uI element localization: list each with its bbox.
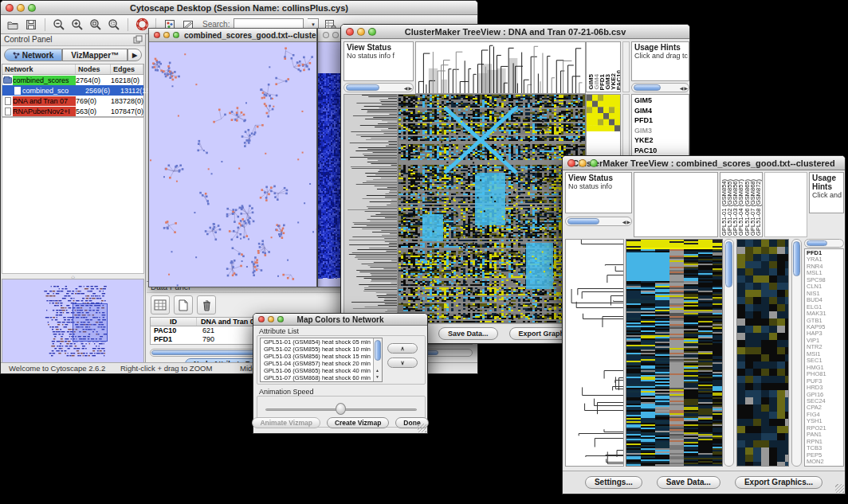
network-table-row[interactable]: combined_scores2764(0)16218(0): [2, 75, 143, 85]
gene-label[interactable]: SEC1: [807, 357, 843, 364]
treeview-button[interactable]: Export Graphics...: [735, 476, 822, 489]
dialog-titlebar[interactable]: Map Colors to Network: [253, 314, 427, 326]
minimize-button[interactable]: [17, 4, 25, 12]
gene-label[interactable]: YRA1: [807, 256, 843, 263]
gene-label[interactable]: GTB1: [807, 318, 843, 324]
minimize-button[interactable]: [332, 32, 339, 38]
view-status-hscrollbar[interactable]: ◀▶: [344, 83, 414, 92]
heatmap-vscrollbar[interactable]: [724, 239, 734, 467]
row-dendrogram-canvas[interactable]: [565, 239, 624, 467]
float-panel-icon[interactable]: [133, 35, 143, 45]
gene-label[interactable]: YSH1: [807, 418, 843, 424]
correlation-mini-heatmap-canvas[interactable]: [587, 95, 620, 131]
gene-label[interactable]: YKE2: [634, 135, 689, 146]
move-down-button[interactable]: ∨: [387, 357, 418, 368]
gene-label[interactable]: PAC10: [634, 146, 689, 156]
network-window1-titlebar[interactable]: combined_scores_good.txt--cluste...: [149, 29, 316, 42]
gene-label[interactable]: BUD4: [807, 297, 843, 303]
tab-vizmapper[interactable]: VizMapper™: [62, 49, 128, 61]
gene-label[interactable]: HRD3: [807, 385, 843, 391]
usage-hints-hscrollbar[interactable]: ◀▶: [631, 83, 689, 92]
new-attribute-icon[interactable]: [174, 295, 193, 315]
column-dendrogram-area[interactable]: [634, 172, 718, 237]
dialog-button[interactable]: Create Vizmap: [327, 417, 389, 428]
close-button[interactable]: [323, 32, 329, 38]
minimize-button[interactable]: [268, 316, 274, 322]
zoom-selected-icon[interactable]: [107, 18, 121, 32]
gene-label[interactable]: NIS1: [807, 291, 843, 297]
treeview-button[interactable]: Save Data...: [438, 327, 498, 340]
gene-label[interactable]: VIP1: [807, 338, 843, 344]
attribute-item[interactable]: GPL51-03 (GSM856) heat shock 15 min: [262, 353, 382, 360]
help-ring-icon[interactable]: [135, 18, 149, 32]
birdseye-overview-canvas[interactable]: [2, 279, 144, 363]
resize-grip[interactable]: [418, 424, 426, 432]
delete-attribute-icon[interactable]: [197, 295, 216, 315]
col-header-network[interactable]: Network: [2, 64, 76, 74]
zoom-out-icon[interactable]: [52, 18, 66, 32]
gene-label[interactable]: GIM5: [634, 96, 689, 106]
column-label-scrollbar[interactable]: [622, 41, 630, 92]
gene-label[interactable]: MON2: [807, 459, 843, 465]
gene-label[interactable]: FIG4: [807, 412, 843, 418]
gene-label[interactable]: PFD1: [634, 115, 689, 126]
zoom-button[interactable]: [173, 32, 179, 38]
attribute-item[interactable]: GPL51-02 (GSM855) heat shock 10 min: [262, 346, 382, 353]
move-up-button[interactable]: ∧: [387, 343, 418, 354]
zoom-button[interactable]: [590, 159, 598, 167]
gene-label[interactable]: PUF3: [807, 378, 843, 385]
attribute-item[interactable]: GPL51-01 (GSM854) heat shock 05 min: [262, 338, 382, 346]
gene-label[interactable]: GPI16: [807, 392, 843, 398]
resize-grip[interactable]: [835, 484, 844, 493]
main-titlebar[interactable]: Cytoscape Desktop (Session Name: collins…: [1, 1, 477, 15]
network-table-row[interactable]: RNAPuberNov2+I563(0)107847(0): [2, 106, 143, 116]
close-button[interactable]: [346, 28, 354, 36]
network-canvas-1[interactable]: [149, 42, 316, 287]
treeview2-titlebar[interactable]: ClusterMaker TreeView : combined_scores_…: [563, 156, 845, 170]
id-column-header[interactable]: ID: [151, 318, 197, 326]
gene-label[interactable]: NTR2: [807, 344, 843, 350]
column-dendrogram-canvas[interactable]: [415, 41, 586, 94]
zoom-button[interactable]: [368, 28, 376, 36]
close-button[interactable]: [258, 316, 265, 322]
column-label[interactable]: PAC10: [616, 70, 621, 90]
gene-label[interactable]: MAK31: [807, 311, 843, 317]
treeview2-heatmap-canvas[interactable]: [626, 239, 723, 467]
treeview-button[interactable]: Save Data...: [657, 476, 720, 489]
gene-label[interactable]: HAP3: [807, 330, 843, 337]
treeview1-titlebar[interactable]: ClusterMaker TreeView : DNA and Tran 07-…: [341, 25, 689, 39]
gene-label[interactable]: SPC98: [807, 277, 843, 283]
gene-label[interactable]: HMG1: [807, 365, 843, 371]
gene-label[interactable]: CLN1: [807, 283, 843, 290]
zoom-in-icon[interactable]: [70, 18, 84, 32]
close-button[interactable]: [6, 4, 14, 12]
treeview-button[interactable]: Settings...: [585, 476, 642, 489]
gene-label[interactable]: KAP95: [807, 324, 843, 330]
gene-label[interactable]: RPO21: [807, 425, 843, 432]
minimize-button[interactable]: [579, 159, 587, 167]
gene-label[interactable]: SEC24: [807, 398, 843, 404]
gene-label[interactable]: RPN1: [807, 439, 843, 445]
gene-label[interactable]: GIM4: [634, 106, 689, 116]
gene-label[interactable]: PAN1: [807, 432, 843, 438]
save-icon[interactable]: [24, 18, 38, 32]
speed-slider-thumb[interactable]: [336, 403, 346, 415]
gene-label[interactable]: PHO81: [807, 371, 843, 377]
more-tabs-button[interactable]: ▶: [128, 49, 142, 61]
treeview1-heatmap-canvas[interactable]: [398, 94, 586, 323]
gene-label[interactable]: PFD1: [807, 250, 843, 256]
gene-list-hscrollbar[interactable]: [804, 239, 844, 248]
column-label[interactable]: GPL51-08 (GSM872): [756, 179, 761, 236]
view-status-hscrollbar[interactable]: ◀▶: [565, 217, 632, 226]
close-button[interactable]: [567, 159, 575, 167]
close-button[interactable]: [154, 32, 160, 38]
zoom-vscrollbar[interactable]: [791, 239, 802, 467]
zoom-button[interactable]: [277, 316, 284, 322]
gene-label[interactable]: TCB3: [807, 445, 843, 451]
network-table-row[interactable]: DNA and Tran 07769(0)183728(0): [2, 96, 143, 106]
tab-network[interactable]: Network: [4, 49, 62, 61]
col-header-edges[interactable]: Edges: [111, 64, 143, 74]
attribute-item[interactable]: GPL51-07 (GSM868) heat shock 60 min: [262, 374, 382, 381]
gene-label[interactable]: MSL1: [807, 270, 843, 276]
open-folder-icon[interactable]: [6, 18, 20, 32]
